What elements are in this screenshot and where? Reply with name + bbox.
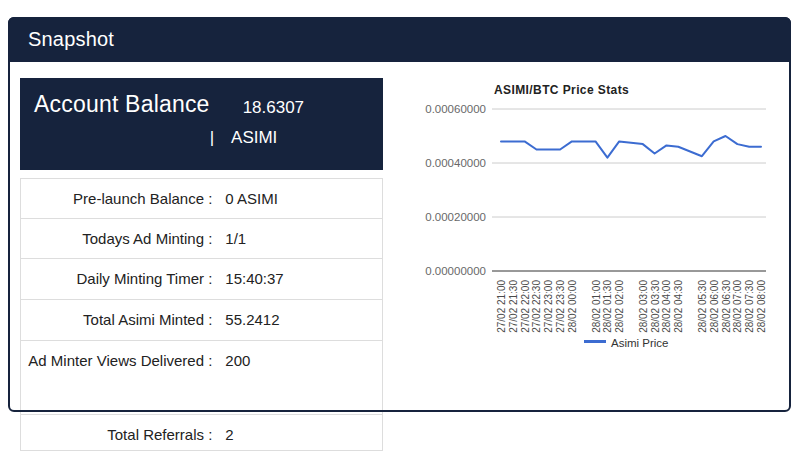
x-axis-tick-label: 28/02 06:30	[721, 280, 732, 333]
y-axis-tick-label: 0.00000000	[425, 265, 486, 277]
x-axis-tick-label: 28/02 00:00	[567, 280, 578, 333]
x-axis-tick-label: 27/02 23:30	[555, 280, 566, 333]
row-value: 1/1	[212, 228, 382, 258]
row-value: 15:40:37	[212, 268, 382, 299]
x-axis-tick-label: 28/02 05:30	[697, 280, 708, 333]
y-axis-tick-label: 0.00020000	[425, 211, 486, 223]
legend-line-swatch	[584, 340, 606, 343]
row-value: 2	[212, 424, 382, 450]
account-balance-card: Account Balance 18.6307 |ASIMI Pre-launc…	[20, 78, 383, 451]
y-axis-tick-label: 0.00060000	[425, 103, 486, 115]
legend-label: Asimi Price	[611, 337, 669, 349]
row-value: 55.2412	[212, 309, 382, 340]
row-label: Total Asimi Minted :	[21, 309, 212, 340]
account-balance-unit-line: |ASIMI	[210, 123, 313, 153]
x-axis-tick-label: 28/02 07:30	[744, 280, 755, 333]
row-label: Todays Ad Minting :	[21, 228, 212, 258]
x-axis-tick-label: 28/02 01:30	[602, 280, 613, 333]
table-row: Todays Ad Minting :1/1	[21, 219, 382, 259]
row-label: Ad Minter Views Delivered :	[21, 350, 212, 414]
x-axis-tick-label: 28/02 02:00	[614, 280, 625, 333]
x-axis-tick-label: 28/02 08:00	[756, 280, 767, 333]
table-row: Daily Minting Timer :15:40:37	[21, 259, 382, 300]
x-axis-tick-label: 27/02 21:00	[496, 280, 507, 333]
table-row: Total Asimi Minted :55.2412	[21, 300, 382, 341]
panel-title: Snapshot	[8, 17, 791, 62]
row-label: Total Referrals :	[21, 424, 212, 450]
table-row: Ad Minter Views Delivered :200	[21, 341, 382, 415]
account-balance-header: Account Balance 18.6307 |ASIMI	[20, 78, 383, 170]
x-axis-tick-label: 28/02 04:00	[661, 280, 672, 333]
account-balance-value: 18.6307	[210, 93, 313, 123]
snapshot-panel-header: Snapshot	[8, 17, 791, 62]
x-axis-tick-label: 28/02 03:30	[650, 280, 661, 333]
price-line-series	[501, 136, 761, 158]
x-axis-tick-label: 27/02 22:00	[520, 280, 531, 333]
x-axis-tick-label: 27/02 22:30	[531, 280, 542, 333]
price-chart: ASIMI/BTC Price Stats0.000600000.0004000…	[424, 80, 792, 365]
account-balance-unit: ASIMI	[231, 128, 277, 147]
row-value: 200	[212, 350, 382, 414]
account-balance-value-block: 18.6307 |ASIMI	[210, 93, 313, 170]
account-balance-title: Account Balance	[34, 91, 210, 170]
table-row: Total Referrals :2	[21, 415, 382, 450]
row-value: 0 ASIMI	[212, 188, 382, 218]
x-axis-tick-label: 28/02 01:00	[591, 280, 602, 333]
x-axis-tick-label: 28/02 04:30	[673, 280, 684, 333]
table-row: Pre-launch Balance :0 ASIMI	[21, 179, 382, 219]
row-label: Pre-launch Balance :	[21, 188, 212, 218]
row-label: Daily Minting Timer :	[21, 268, 212, 299]
y-axis-tick-label: 0.00040000	[425, 157, 486, 169]
chart-title: ASIMI/BTC Price Stats	[494, 83, 629, 97]
price-chart-svg: ASIMI/BTC Price Stats0.000600000.0004000…	[424, 80, 792, 365]
x-axis-tick-label: 28/02 07:00	[732, 280, 743, 333]
balance-table: Pre-launch Balance :0 ASIMITodays Ad Min…	[20, 178, 383, 451]
x-axis-tick-label: 27/02 23:00	[543, 280, 554, 333]
pipe-separator: |	[210, 128, 214, 147]
x-axis-tick-label: 28/02 03:00	[638, 280, 649, 333]
x-axis-tick-label: 27/02 21:30	[508, 280, 519, 333]
x-axis-tick-label: 28/02 06:00	[709, 280, 720, 333]
